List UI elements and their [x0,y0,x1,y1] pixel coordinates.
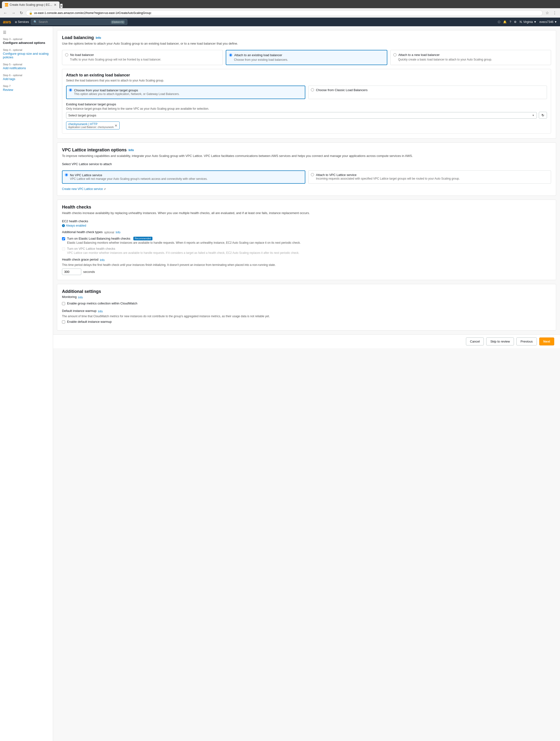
grace-period-input[interactable] [62,269,81,275]
step3-label: Step 3 - optional [3,38,50,41]
monitoring-checkbox[interactable] [62,302,65,305]
no-vpc-lattice-option[interactable]: No VPC Lattice service VPC Lattice will … [62,171,305,184]
attach-vpc-lattice-option[interactable]: Attach to VPC Lattice service Incoming r… [308,171,551,184]
previous-button[interactable]: Previous [516,337,537,345]
lb-option-none[interactable]: No load balancer Traffic to your Auto Sc… [62,50,223,65]
monitoring-checkbox-row: Enable group metrics collection within C… [62,301,551,305]
aws-region-selector[interactable]: N. Virginia ▼ [519,20,536,24]
attach-vpc-lattice-radio[interactable] [311,173,314,176]
load-balancing-desc: Use the options below to attach your Aut… [62,41,551,46]
lb-classic-radio[interactable] [311,88,314,91]
tab-close-button[interactable]: ✕ [54,3,57,7]
aws-account-menu[interactable]: evecs7346 ▼ [540,20,557,24]
forward-button[interactable]: → [10,10,17,16]
step4-label: Step 4 - optional [3,49,50,51]
target-group-chip[interactable]: checkyourwork | HTTP Application Load Ba… [66,122,120,129]
aws-topbar: aws ⊞ Services 🔍 [Option+S] ⬡ 🔔 ? ⚙ N. V… [0,18,560,26]
health-checks-desc: Health checks increase availability by r… [62,211,551,215]
vpc-lattice-health-row: Turn on VPC Lattice health checks VPC La… [62,247,551,255]
lb-option-existing[interactable]: Attach to an existing load balancer Choo… [226,50,387,65]
info-circle-icon [62,224,65,227]
vpc-lattice-health-checkbox[interactable] [62,247,65,251]
step7-link[interactable]: Review [3,88,13,91]
services-button[interactable]: ⊞ Services [13,19,31,24]
warmup-checkbox[interactable] [62,320,65,324]
attach-existing-title: Attach to an existing load balancer [66,73,547,77]
target-group-select[interactable]: Select target groups [66,112,537,119]
lb-new-radio[interactable] [393,53,396,57]
grace-period-info[interactable]: Info [100,258,105,262]
main-layout: ☰ Step 3 - optional Configure advanced o… [0,26,560,741]
sidebar-step-7: Step 7 Review [3,85,50,91]
additional-settings-section: Additional settings Monitoring Info Enab… [57,284,556,331]
additional-health-checks: Additional health check types optional I… [62,230,551,255]
lb-classic-option[interactable]: Choose from Classic Load Balancers [308,85,547,99]
lb-existing-radio[interactable] [229,53,232,57]
aws-icon-question[interactable]: ? [510,20,511,24]
lb-source-options: Choose from your load balancer target gr… [66,85,547,99]
attach-existing-desc: Select the load balancers that you want … [66,79,547,82]
step5-link[interactable]: Add notifications [3,66,26,70]
lb-target-groups-radio[interactable] [69,88,72,91]
page-footer: Cancel Skip to review Previous Next [53,334,560,348]
refresh-target-groups-button[interactable]: ↻ [539,112,547,119]
health-grace-period: Health check grace period Info This time… [62,258,551,275]
target-group-select-row: Select target groups ↻ [66,112,547,119]
search-shortcut: [Option+S] [111,20,125,24]
new-tab-button[interactable]: + [60,4,63,8]
step6-label: Step 6 - optional [3,74,50,77]
warmup-setting: Default instance warmup Info The amount … [62,309,551,324]
next-button[interactable]: Next [539,337,554,345]
lb-option-new[interactable]: Attach to a new load balancer Quickly cr… [390,50,551,65]
sidebar-step-5: Step 5 - optional Add notifications [3,63,50,70]
refresh-button[interactable]: ↻ [18,10,24,16]
additional-health-info[interactable]: Info [116,231,120,234]
target-group-select-wrapper[interactable]: Select target groups [66,112,537,119]
bookmark-button[interactable]: ☆ [544,10,550,16]
search-icon: 🔍 [34,20,37,24]
load-balancing-section: Load balancing Info Use the options belo… [57,30,556,139]
aws-icon-cloudshell[interactable]: ⬡ [498,20,500,24]
aws-search-bar[interactable]: 🔍 [Option+S] [31,19,127,25]
step3-title: Configure advanced options [3,41,50,45]
skip-to-review-button[interactable]: Skip to review [486,337,514,345]
vpc-lattice-info[interactable]: Info [129,148,134,152]
sidebar-toggle[interactable]: ☰ [3,30,50,35]
back-button[interactable]: ← [2,10,9,16]
lb-target-groups-option[interactable]: Choose from your load balancer target gr… [66,85,305,99]
lb-type-options: No load balancer Traffic to your Auto Sc… [62,50,551,65]
recommended-badge: Recommended [133,237,153,240]
cancel-button[interactable]: Cancel [466,337,484,345]
additional-health-header: Additional health check types optional I… [62,230,551,235]
create-vpc-lattice-link[interactable]: Create new VPC Lattice service [62,187,103,191]
existing-tg-label: Existing load balancer target groups [66,103,547,106]
load-balancing-title: Load balancing Info [62,35,551,40]
browser-nav: ← → ↻ 🔒 ☆ ⋮ [0,8,560,18]
lb-none-radio[interactable] [65,53,68,57]
step4-link[interactable]: Configure group size and scaling policie… [3,52,49,59]
no-vpc-lattice-radio[interactable] [65,173,68,177]
sidebar-step-3: Step 3 - optional Configure advanced opt… [3,38,50,45]
ec2-always-enabled: Always enabled [62,224,551,227]
aws-icon-settings[interactable]: ⚙ [514,20,516,24]
elastic-lb-health-checkbox[interactable] [62,237,65,240]
url-input[interactable] [34,11,540,15]
vpc-lattice-section: VPC Lattice integration options Info To … [57,142,556,196]
monitoring-info[interactable]: Info [78,296,83,299]
warmup-info[interactable]: Info [98,310,103,313]
menu-button[interactable]: ⋮ [551,10,558,16]
chip-remove-button[interactable]: ✕ [115,124,117,128]
address-bar[interactable]: 🔒 [26,10,543,16]
active-tab[interactable]: EC2 Create Auto Scaling group | EC... ✕ [2,1,60,8]
vpc-lattice-title: VPC Lattice integration options Info [62,147,551,152]
load-balancing-info[interactable]: Info [96,36,101,40]
browser-chrome: EC2 Create Auto Scaling group | EC... ✕ … [0,0,560,8]
step6-link[interactable]: Add tags [3,77,15,81]
sidebar-step-6: Step 6 - optional Add tags [3,74,50,81]
search-input[interactable] [39,20,109,24]
aws-icon-bell[interactable]: 🔔 [503,20,507,24]
selected-target-groups: checkyourwork | HTTP Application Load Ba… [66,122,547,129]
sidebar-step-4: Step 4 - optional Configure group size a… [3,49,50,59]
ec2-health-label: EC2 health checks [62,219,551,223]
aws-logo: aws [3,19,11,24]
